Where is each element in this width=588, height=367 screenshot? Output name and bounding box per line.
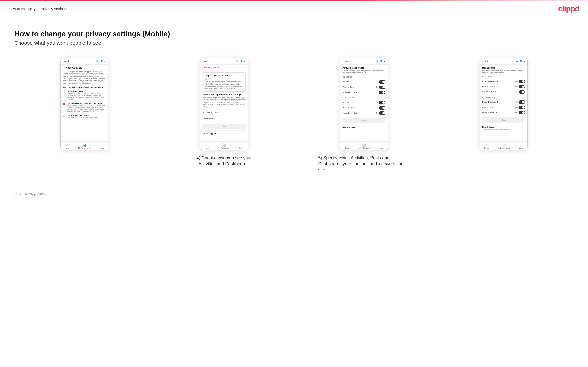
screen1-footer: ⌂ Home 📊 My Performance ☰ Menu xyxy=(61,142,108,150)
more-icon-2[interactable]: ● xyxy=(244,60,246,62)
home-nav-4[interactable]: ⌂ Home xyxy=(484,143,489,149)
followers-manual-toggle[interactable]: ON xyxy=(376,111,386,115)
chevron-left-icon-4: ‹ xyxy=(482,60,483,62)
followers-label-3: FOLLOWERS xyxy=(342,97,385,99)
who-can-see-title: Who Can See Your Activities and Dashboar… xyxy=(63,86,106,89)
menu-icon-2: ☰ xyxy=(240,143,243,147)
search-icon[interactable]: 🔍 xyxy=(96,60,99,62)
screen1-body: Privacy Controls Control how you and you… xyxy=(61,65,108,142)
coaches-rounds-toggle[interactable]: ON xyxy=(376,80,386,83)
toggle-switch-cd2[interactable] xyxy=(519,85,525,88)
menu-nav-2[interactable]: ☰ Menu xyxy=(239,143,244,149)
toggle-switch-c2[interactable] xyxy=(379,85,385,89)
back-button-2[interactable]: ‹ Back xyxy=(203,60,209,62)
coaches-round-insights-toggle[interactable]: ON xyxy=(515,85,525,88)
coaches-label-4: COACHES xyxy=(482,75,525,78)
followers-round-insights-toggle[interactable]: ON xyxy=(515,106,525,109)
home-nav-3[interactable]: ⌂ Home xyxy=(345,143,349,149)
followers-player-dash-toggle[interactable]: ON xyxy=(515,100,525,104)
coaches-manual-toggle[interactable]: ON xyxy=(376,91,386,94)
save-button-3[interactable]: Save xyxy=(342,118,385,123)
search-icon-3[interactable]: 🔍 xyxy=(376,60,379,62)
more-icon-4[interactable]: ● xyxy=(524,60,525,62)
chart-icon-4: 📊 xyxy=(502,143,506,147)
followers-round-insights-label: Round Insights xyxy=(482,106,495,108)
menu-nav-3[interactable]: ☰ Menu xyxy=(379,143,383,149)
search-icon-2[interactable]: 🔍 xyxy=(236,60,239,62)
coaches-player-dash-toggle[interactable]: ON xyxy=(515,80,525,83)
followers-drills-label: Practice Drills xyxy=(342,107,354,109)
search-icon-4[interactable]: 🔍 xyxy=(515,60,518,62)
followers-drills-row: Practice Drills ON xyxy=(342,105,385,110)
privacy-controls-desc: Control how you and your data appears to… xyxy=(63,70,106,84)
popup-text: Only you and the coaches you connect wit… xyxy=(205,81,243,89)
option-coach-only[interactable]: Only You and Your Coach Only you and the… xyxy=(63,114,106,119)
screen3-footer: ⌂ Home 📊 My Performance ☰ Menu xyxy=(340,142,388,150)
privacy-tab[interactable]: Privacy Controls xyxy=(203,67,220,70)
save-button-4[interactable]: Save xyxy=(482,117,525,123)
coaches-what-to-work-toggle[interactable]: ON xyxy=(515,90,525,94)
followers-rounds-toggle[interactable]: ON xyxy=(376,101,386,104)
home-nav-2[interactable]: ⌂ Home xyxy=(205,143,209,149)
more-icon[interactable]: ● xyxy=(104,60,106,62)
toggle-switch-f3[interactable] xyxy=(379,111,385,115)
help-support-4: Help & Support xyxy=(482,124,525,128)
logo: clippd xyxy=(558,4,579,13)
followers-drills-state: ON xyxy=(376,107,378,108)
main-content: How to change your privacy settings (Mob… xyxy=(0,18,588,188)
dashboards-item[interactable]: Dashboards › xyxy=(203,116,246,122)
radio-everyone[interactable] xyxy=(63,90,65,93)
person-icon-3[interactable]: 👤 xyxy=(380,60,383,62)
coaches-player-dash-label: Player Dashboard xyxy=(482,80,498,82)
home-label-4: Home xyxy=(484,147,489,149)
back-button[interactable]: ‹ Back xyxy=(63,60,69,62)
option-coach-only-desc: Only you and the coaches you connect wit… xyxy=(67,117,98,119)
back-button-4[interactable]: ‹ Back xyxy=(482,60,488,62)
toggle-switch-c1[interactable] xyxy=(379,80,385,83)
save-button-2[interactable]: Save xyxy=(203,124,246,129)
option-everyone-label: Everyone on Clippd xyxy=(67,90,106,92)
toggle-switch-cd1[interactable] xyxy=(519,80,525,83)
followers-drills-toggle[interactable]: ON xyxy=(376,106,386,109)
coaches-drills-toggle[interactable]: ON xyxy=(376,85,386,89)
followers-player-dash-label: Player Dashboard xyxy=(482,101,498,103)
menu-label: Menu xyxy=(100,147,104,149)
performance-nav-3[interactable]: 📊 My Performance xyxy=(358,143,370,149)
followers-rounds-state: ON xyxy=(376,102,378,103)
toggle-switch-cd3[interactable] xyxy=(519,90,525,94)
option-everyone[interactable]: Everyone on Clippd Everyone on Clippd ca… xyxy=(63,90,106,101)
radio-approved[interactable] xyxy=(63,103,65,105)
followers-manual-label: Manual Activities xyxy=(342,112,357,114)
back-label: Back xyxy=(64,60,69,62)
toggle-switch-f1[interactable] xyxy=(379,101,385,104)
coaches-rounds-state: ON xyxy=(376,81,378,83)
performance-label: My Performance xyxy=(78,147,91,149)
menu-nav-4[interactable]: ☰ Menu xyxy=(519,143,523,149)
toggle-switch-fd3[interactable] xyxy=(519,111,525,114)
toggle-switch-fd1[interactable] xyxy=(519,100,525,104)
coaches-drills-label: Practice Drills xyxy=(342,86,354,88)
performance-label-2: My Performance xyxy=(218,147,230,149)
radio-coach-only[interactable] xyxy=(63,115,65,117)
followers-rounds-row: Rounds ON xyxy=(342,100,385,105)
performance-nav-4[interactable]: 📊 My Performance xyxy=(498,143,510,149)
person-icon-4[interactable]: 👤 xyxy=(519,60,522,62)
toggle-switch-c3[interactable] xyxy=(379,91,385,94)
person-icon-2[interactable]: 👤 xyxy=(240,60,243,62)
option-approved[interactable]: Only Approved Followers and Your Coach O… xyxy=(63,102,106,113)
coaches-manual-label: Manual Activities xyxy=(342,91,357,93)
toggle-switch-f2[interactable] xyxy=(379,106,385,109)
home-nav[interactable]: ⌂ Home xyxy=(65,143,69,149)
person-icon[interactable]: 👤 xyxy=(100,60,103,62)
toggle-switch-fd2[interactable] xyxy=(519,106,525,109)
activities-posts-item[interactable]: Activities and Posts › xyxy=(203,109,246,116)
performance-nav-2[interactable]: 📊 My Performance xyxy=(218,143,230,149)
followers-label-4: FOLLOWERS xyxy=(482,96,525,98)
performance-nav[interactable]: 📊 My Performance xyxy=(78,143,91,149)
coaches-round-insights-state: ON xyxy=(515,86,518,87)
menu-nav[interactable]: ☰ Menu xyxy=(100,143,104,149)
more-icon-3[interactable]: ● xyxy=(384,60,385,62)
followers-what-to-work-toggle[interactable]: ON xyxy=(515,111,525,114)
back-button-3[interactable]: ‹ Back xyxy=(342,60,349,62)
screen2-footer: ⌂ Home 📊 My Performance ☰ Menu xyxy=(200,142,248,150)
